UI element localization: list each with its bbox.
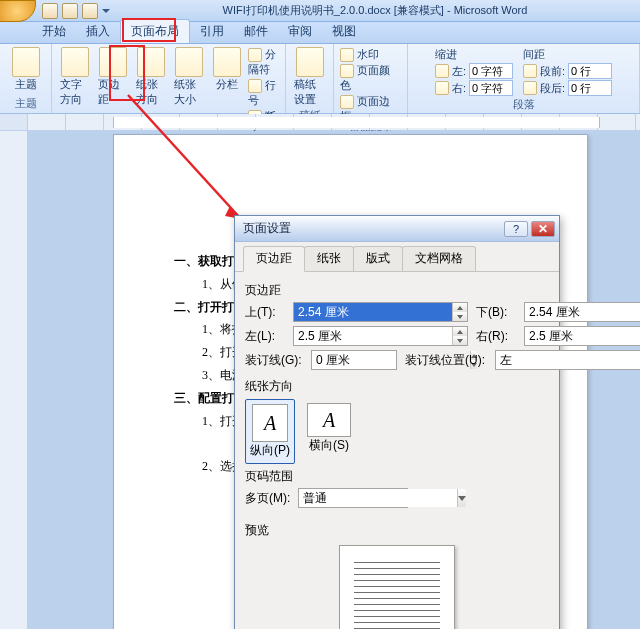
spacing-after-label: 段后:	[540, 81, 565, 96]
section-preview-title: 预览	[245, 522, 549, 539]
portrait-icon: A	[252, 404, 288, 442]
right-input[interactable]	[525, 327, 640, 345]
section-pages-title: 页码范围	[245, 468, 549, 485]
manuscript-settings-button[interactable]: 稿纸设置	[292, 47, 327, 107]
indent-right-field[interactable]: 右:	[435, 80, 513, 96]
margins-button[interactable]: 页边距	[96, 47, 130, 107]
ribbon-tabs: 开始 插入 页面布局 引用 邮件 审阅 视图	[0, 22, 640, 44]
columns-icon	[213, 47, 241, 77]
spacing-after-field[interactable]: 段后:	[523, 80, 612, 96]
spacing-header: 间距	[523, 47, 612, 62]
columns-button[interactable]: 分栏	[210, 47, 244, 92]
dialog-body: 页边距 上(T): 下(B): 左(L): 右(R):	[235, 272, 559, 629]
spacing-after-input[interactable]	[568, 80, 612, 96]
preview-icon	[339, 545, 455, 629]
page-color-icon	[340, 64, 354, 78]
text-direction-button[interactable]: 文字方向	[58, 47, 92, 107]
text-direction-icon	[61, 47, 89, 77]
top-spinner[interactable]	[293, 302, 468, 322]
left-label: 左(L):	[245, 328, 285, 345]
group-page-background: 水印 页面颜色 页面边框 页面背景	[334, 44, 408, 113]
annotation-arrow	[126, 118, 127, 119]
document-title: WIFI打印机使用说明书_2.0.0.docx [兼容模式] - Microso…	[110, 3, 640, 18]
left-input[interactable]	[294, 327, 452, 345]
left-spinner[interactable]	[293, 326, 468, 346]
tab-mailings[interactable]: 邮件	[234, 20, 278, 43]
office-button[interactable]	[0, 0, 36, 22]
vertical-ruler[interactable]	[0, 131, 28, 629]
spinner-down-icon[interactable]	[453, 336, 467, 345]
margins-label: 页边距	[98, 77, 128, 107]
tab-references[interactable]: 引用	[190, 20, 234, 43]
dialog-help-button[interactable]: ?	[504, 221, 528, 237]
dialog-tab-paper[interactable]: 纸张	[304, 246, 354, 271]
gutter-pos-label: 装订线位置(U):	[405, 352, 487, 369]
ruler-scale	[28, 114, 640, 130]
indent-header: 缩进	[435, 47, 513, 62]
orientation-icon	[137, 47, 165, 77]
dialog-tabs: 页边距 纸张 版式 文档网格	[235, 242, 559, 272]
horizontal-ruler[interactable]	[0, 114, 640, 131]
multiple-pages-input[interactable]	[299, 489, 457, 507]
landscape-label: 横向(S)	[309, 437, 349, 454]
chevron-down-icon[interactable]	[457, 489, 466, 507]
bottom-spinner[interactable]	[524, 302, 640, 322]
gutter-pos-combo[interactable]	[495, 350, 640, 370]
dialog-close-button[interactable]: ✕	[531, 221, 555, 237]
tab-insert[interactable]: 插入	[76, 20, 120, 43]
section-orientation-title: 纸张方向	[245, 378, 549, 395]
indent-left-field[interactable]: 左:	[435, 63, 513, 79]
group-paragraph-label: 段落	[513, 96, 535, 112]
dialog-titlebar[interactable]: 页面设置 ? ✕	[235, 216, 559, 242]
columns-label: 分栏	[216, 77, 238, 92]
spacing-before-field[interactable]: 段前:	[523, 63, 612, 79]
tab-view[interactable]: 视图	[322, 20, 366, 43]
watermark-icon	[340, 48, 354, 62]
dialog-tab-margins[interactable]: 页边距	[243, 246, 305, 272]
titlebar: WIFI打印机使用说明书_2.0.0.docx [兼容模式] - Microso…	[0, 0, 640, 22]
spinner-down-icon[interactable]	[453, 312, 467, 321]
orientation-landscape[interactable]: A 横向(S)	[303, 399, 355, 458]
tab-review[interactable]: 审阅	[278, 20, 322, 43]
themes-icon	[12, 47, 40, 77]
save-icon[interactable]	[42, 3, 58, 19]
indent-left-input[interactable]	[469, 63, 513, 79]
dialog-tab-layout[interactable]: 版式	[353, 246, 403, 271]
right-label: 右(R):	[476, 328, 516, 345]
indent-right-input[interactable]	[469, 80, 513, 96]
top-input[interactable]	[294, 303, 452, 321]
page-borders-icon	[340, 95, 354, 109]
gutter-label: 装订线(G):	[245, 352, 303, 369]
qat-dropdown-icon[interactable]	[102, 7, 110, 15]
multiple-pages-combo[interactable]	[298, 488, 408, 508]
spinner-up-icon[interactable]	[453, 327, 467, 336]
tab-home[interactable]: 开始	[32, 20, 76, 43]
spinner-up-icon[interactable]	[453, 303, 467, 312]
page-setup-dialog: 页面设置 ? ✕ 页边距 纸张 版式 文档网格 页边距 上(T): 下(B): …	[234, 215, 560, 629]
spacing-after-icon	[523, 81, 537, 95]
watermark-label: 水印	[357, 48, 379, 60]
themes-button[interactable]: 主题	[9, 47, 43, 92]
line-numbers-icon	[248, 79, 262, 93]
group-themes: 主题 主题	[0, 44, 52, 113]
dialog-tab-gridlines[interactable]: 文档网格	[402, 246, 476, 271]
margins-icon	[99, 47, 127, 77]
breaks-button[interactable]: 分隔符	[248, 47, 279, 77]
right-spinner[interactable]	[524, 326, 640, 346]
orientation-portrait[interactable]: A 纵向(P)	[245, 399, 295, 464]
bottom-input[interactable]	[525, 303, 640, 321]
bottom-label: 下(B):	[476, 304, 516, 321]
gutter-spinner[interactable]	[311, 350, 397, 370]
gutter-pos-input[interactable]	[496, 351, 640, 369]
spacing-before-input[interactable]	[568, 63, 612, 79]
redo-icon[interactable]	[82, 3, 98, 19]
watermark-button[interactable]: 水印	[340, 47, 401, 62]
breaks-icon	[248, 48, 262, 62]
landscape-icon: A	[307, 403, 351, 437]
svg-line-0	[128, 95, 241, 219]
tab-page-layout[interactable]: 页面布局	[120, 19, 190, 43]
undo-icon[interactable]	[62, 3, 78, 19]
manuscript-label: 稿纸设置	[294, 77, 325, 107]
page-color-button[interactable]: 页面颜色	[340, 63, 401, 93]
quick-access-toolbar	[42, 3, 110, 19]
